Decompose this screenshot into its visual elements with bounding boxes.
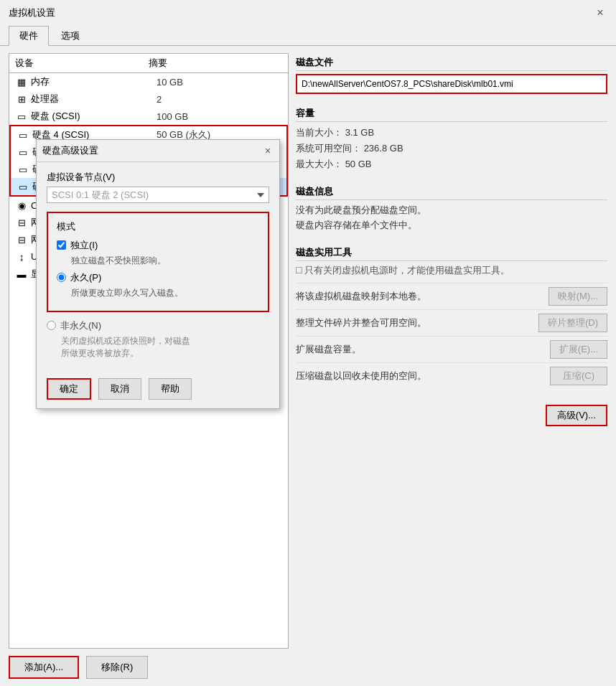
nonpermanent-label[interactable]: 非永久(N) bbox=[60, 319, 101, 332]
independent-desc: 独立磁盘不受快照影响。 bbox=[71, 255, 259, 267]
tab-hardware[interactable]: 硬件 bbox=[9, 26, 49, 46]
overlay-title: 硬盘高级设置 bbox=[42, 144, 98, 157]
virtual-node-label: 虚拟设备节点(V) bbox=[47, 171, 269, 184]
left-panel-bottom: 添加(A)... 移除(R) bbox=[9, 656, 289, 679]
current-size-row: 当前大小： 3.1 GB bbox=[296, 125, 607, 141]
disk-info-section: 磁盘信息 没有为此硬盘预分配磁盘空间。 硬盘内容存储在单个文件中。 bbox=[296, 182, 607, 233]
overlay-bottom: 确定 取消 帮助 bbox=[37, 371, 279, 408]
capacity-section: 容量 当前大小： 3.1 GB 系统可用空间： 236.8 GB 最大大小： 5… bbox=[296, 104, 607, 172]
main-dialog: 虚拟机设置 × 硬件 选项 设备 摘要 ▦ 内存 10 GB bbox=[0, 0, 616, 686]
available-space-row: 系统可用空间： 236.8 GB bbox=[296, 141, 607, 156]
help-button[interactable]: 帮助 bbox=[149, 378, 192, 400]
right-panel: 磁盘文件 D:\newAllServer\CentOS7.8_PCS\share… bbox=[296, 53, 607, 679]
disk-icon: ▭ bbox=[15, 111, 28, 121]
main-content: 设备 摘要 ▦ 内存 10 GB ⊞ 处理器 2 ▭ 硬 bbox=[0, 46, 616, 686]
memory-icon: ▦ bbox=[15, 77, 28, 87]
overlay-dialog: 硬盘高级设置 × 虚拟设备节点(V) SCSI 0:1 硬盘 2 (SCSI) … bbox=[36, 139, 280, 409]
utility-expand-button[interactable]: 扩展(E)... bbox=[550, 340, 607, 359]
network-icon: ⊟ bbox=[15, 235, 28, 245]
display-icon: ▬ bbox=[15, 269, 28, 279]
overlay-close-button[interactable]: × bbox=[262, 145, 274, 156]
table-row[interactable]: ⊞ 处理器 2 bbox=[9, 90, 288, 108]
cancel-button[interactable]: 取消 bbox=[98, 378, 141, 400]
nonpermanent-group: 非永久(N) 关闭虚拟机或还原快照时，对磁盘 所做更改将被放弃。 bbox=[47, 319, 269, 360]
permanent-group: 永久(P) 所做更改立即永久写入磁盘。 bbox=[57, 271, 259, 299]
device-summary: 10 GB bbox=[157, 77, 282, 88]
utility-compact-row: 压缩磁盘以回收未使用的空间。 压缩(C) bbox=[296, 362, 607, 389]
col-device-header: 设备 bbox=[15, 57, 149, 70]
tab-bar: 硬件 选项 bbox=[0, 23, 616, 46]
utility-map-row: 将该虚拟机磁盘映射到本地卷。 映射(M)... bbox=[296, 283, 607, 309]
nonpermanent-item: 非永久(N) bbox=[47, 319, 269, 332]
utility-expand-label: 扩展磁盘容量。 bbox=[296, 343, 550, 356]
disk-file-title: 磁盘文件 bbox=[296, 53, 607, 71]
title-bar: 虚拟机设置 × bbox=[0, 0, 616, 23]
table-row[interactable]: ▭ 硬盘 (SCSI) 100 GB bbox=[9, 108, 288, 125]
available-value: 236.8 GB bbox=[364, 143, 403, 154]
device-summary: 100 GB bbox=[157, 111, 282, 122]
max-label: 最大大小： bbox=[296, 159, 342, 169]
virtual-node-group: 虚拟设备节点(V) SCSI 0:1 硬盘 2 (SCSI) bbox=[47, 171, 269, 203]
nonpermanent-desc: 关闭虚拟机或还原快照时，对磁盘 所做更改将被放弃。 bbox=[61, 335, 269, 360]
monitor-icon: □ bbox=[296, 264, 302, 276]
device-name: 硬盘 (SCSI) bbox=[31, 110, 157, 123]
table-row[interactable]: ▦ 内存 10 GB bbox=[9, 73, 288, 90]
mode-box: 模式 独立(I) 独立磁盘不受快照影响。 永久(P) bbox=[47, 212, 269, 312]
network-icon: ⊟ bbox=[15, 217, 28, 227]
utility-expand-row: 扩展磁盘容量。 扩展(E)... bbox=[296, 336, 607, 362]
max-value: 50 GB bbox=[345, 159, 372, 169]
available-label: 系统可用空间： bbox=[296, 143, 361, 154]
cdrom-icon: ◉ bbox=[15, 200, 28, 210]
utility-compact-label: 压缩磁盘以回收未使用的空间。 bbox=[296, 370, 550, 382]
window-title: 虚拟机设置 bbox=[9, 6, 55, 19]
cpu-icon: ⊞ bbox=[15, 94, 28, 104]
disk-file-section: 磁盘文件 D:\newAllServer\CentOS7.8_PCS\share… bbox=[296, 53, 607, 94]
utility-map-button[interactable]: 映射(M)... bbox=[549, 287, 607, 306]
disk-info-line2: 硬盘内容存储在单个文件中。 bbox=[296, 218, 607, 233]
utility-compact-button[interactable]: 压缩(C) bbox=[550, 367, 607, 385]
capacity-title: 容量 bbox=[296, 104, 607, 122]
col-summary-header: 摘要 bbox=[149, 57, 282, 70]
max-size-row: 最大大小： 50 GB bbox=[296, 156, 607, 172]
nonpermanent-radio[interactable] bbox=[47, 321, 56, 330]
permanent-label[interactable]: 永久(P) bbox=[70, 271, 101, 284]
disk-file-path[interactable]: D:\newAllServer\CentOS7.8_PCS\shareDisk\… bbox=[296, 74, 607, 94]
permanent-item: 永久(P) bbox=[57, 271, 259, 284]
disk-icon: ▭ bbox=[17, 182, 29, 192]
disk-icon: ▭ bbox=[17, 130, 29, 140]
overlay-body: 虚拟设备节点(V) SCSI 0:1 硬盘 2 (SCSI) 模式 bbox=[37, 162, 279, 371]
disk-utility-title: 磁盘实用工具 bbox=[296, 243, 607, 261]
usb-icon: ↨ bbox=[15, 252, 28, 262]
utility-map-label: 将该虚拟机磁盘映射到本地卷。 bbox=[296, 290, 549, 303]
device-summary: 2 bbox=[157, 94, 282, 105]
tab-options[interactable]: 选项 bbox=[50, 26, 90, 45]
remove-button[interactable]: 移除(R) bbox=[86, 656, 148, 679]
device-name: 处理器 bbox=[31, 93, 157, 105]
disk-info-line1: 没有为此硬盘预分配磁盘空间。 bbox=[296, 203, 607, 218]
disk-info-title: 磁盘信息 bbox=[296, 182, 607, 200]
current-size-value: 3.1 GB bbox=[345, 127, 374, 138]
window-close-button[interactable]: × bbox=[593, 6, 607, 20]
independent-label[interactable]: 独立(I) bbox=[70, 239, 98, 252]
virtual-node-select-wrapper: SCSI 0:1 硬盘 2 (SCSI) bbox=[47, 187, 269, 203]
utility-defrag-row: 整理文件碎片并整合可用空间。 碎片整理(D) bbox=[296, 309, 607, 336]
table-header: 设备 摘要 bbox=[9, 54, 288, 73]
advanced-button[interactable]: 高级(V)... bbox=[546, 405, 607, 426]
current-size-label: 当前大小： bbox=[296, 127, 342, 138]
add-button[interactable]: 添加(A)... bbox=[9, 656, 79, 679]
mode-title: 模式 bbox=[57, 220, 259, 233]
independent-checkbox[interactable] bbox=[57, 240, 66, 250]
advanced-btn-row: 高级(V)... bbox=[296, 405, 607, 426]
ok-button[interactable]: 确定 bbox=[47, 378, 91, 400]
permanent-desc: 所做更改立即永久写入磁盘。 bbox=[71, 287, 259, 299]
disk-icon: ▭ bbox=[17, 147, 29, 157]
disk-icon: ▭ bbox=[17, 164, 29, 174]
independent-group: 独立(I) 独立磁盘不受快照影响。 bbox=[57, 239, 259, 267]
permanent-radio[interactable] bbox=[57, 273, 66, 282]
disk-utility-section: 磁盘实用工具 □ 只有关闭虚拟机电源时，才能使用磁盘实用工具。 将该虚拟机磁盘映… bbox=[296, 243, 607, 389]
independent-item: 独立(I) bbox=[57, 239, 259, 252]
virtual-node-select[interactable]: SCSI 0:1 硬盘 2 (SCSI) bbox=[47, 187, 269, 203]
utility-note-text: 只有关闭虚拟机电源时，才能使用磁盘实用工具。 bbox=[304, 264, 510, 277]
utility-defrag-button[interactable]: 碎片整理(D) bbox=[538, 314, 607, 332]
device-name: 内存 bbox=[31, 75, 157, 88]
